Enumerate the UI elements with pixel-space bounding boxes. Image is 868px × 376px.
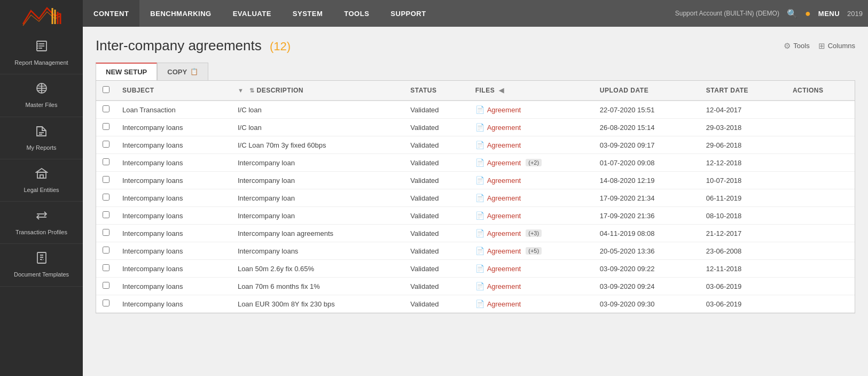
- file-link[interactable]: 📄 Agreement: [475, 176, 587, 185]
- sidebar-item-report-management-label: Report Management: [14, 59, 68, 66]
- row-checkbox[interactable]: [103, 264, 110, 271]
- sidebar-item-legal-entities[interactable]: Legal Entities: [0, 159, 83, 202]
- file-name[interactable]: Agreement: [487, 212, 521, 220]
- tab-copy[interactable]: COPY 📋: [157, 63, 208, 80]
- row-checkbox-cell: [96, 172, 116, 189]
- file-link[interactable]: 📄 Agreement: [475, 123, 587, 132]
- svg-point-9: [37, 45, 38, 47]
- file-link[interactable]: 📄 Agreement (+5): [475, 247, 587, 255]
- nav-evaluate[interactable]: EVALUATE: [222, 0, 282, 27]
- row-checkbox[interactable]: [103, 300, 110, 306]
- tools-button[interactable]: ⚙ Tools: [784, 41, 809, 51]
- cell-upload-date: 03-09-2020 09:24: [593, 278, 700, 295]
- header-description[interactable]: ▼ ⇅ DESCRIPTION: [231, 81, 404, 101]
- file-name[interactable]: Agreement: [487, 194, 521, 202]
- cell-actions: [786, 101, 855, 119]
- cell-actions: [786, 242, 855, 260]
- gear-icon: ⚙: [784, 41, 791, 51]
- cell-upload-date: 20-05-2020 13:36: [593, 242, 700, 260]
- file-name[interactable]: Agreement: [487, 300, 521, 308]
- notification-icon[interactable]: ●: [805, 8, 811, 19]
- file-name[interactable]: Agreement: [487, 229, 521, 237]
- cell-description: Intercompany loans: [231, 242, 404, 260]
- nav-system[interactable]: SYSTEM: [282, 0, 333, 27]
- file-name[interactable]: Agreement: [487, 159, 521, 167]
- file-name[interactable]: Agreement: [487, 106, 521, 114]
- nav-tools[interactable]: TOOLS: [333, 0, 380, 27]
- legal-entities-icon: [35, 167, 48, 183]
- cell-status: Validated: [404, 154, 468, 172]
- sidebar-item-master-files[interactable]: Master Files: [0, 74, 83, 117]
- file-name[interactable]: Agreement: [487, 177, 521, 185]
- file-name[interactable]: Agreement: [487, 124, 521, 132]
- file-link[interactable]: 📄 Agreement: [475, 211, 587, 220]
- file-link[interactable]: 📄 Agreement: [475, 282, 587, 290]
- file-link[interactable]: 📄 Agreement: [475, 300, 587, 308]
- sidebar-item-report-management[interactable]: Report Management: [0, 32, 83, 74]
- file-link[interactable]: 📄 Agreement: [475, 264, 587, 273]
- nav-content[interactable]: CONTENT: [83, 0, 139, 27]
- search-icon[interactable]: 🔍: [787, 9, 797, 19]
- table-row: Intercompany loans Intercompany loans Va…: [96, 242, 855, 260]
- row-checkbox[interactable]: [103, 211, 110, 218]
- file-name[interactable]: Agreement: [487, 141, 521, 149]
- table-row: Intercompany loans Intercompany loan Val…: [96, 207, 855, 225]
- row-checkbox[interactable]: [103, 158, 110, 165]
- row-checkbox[interactable]: [103, 282, 110, 289]
- cell-upload-date: 03-09-2020 09:22: [593, 260, 700, 278]
- file-name[interactable]: Agreement: [487, 247, 521, 255]
- cell-start-date: 12-04-2017: [700, 101, 786, 119]
- row-checkbox[interactable]: [103, 194, 110, 201]
- file-link[interactable]: 📄 Agreement: [475, 141, 587, 149]
- sidebar-item-transaction-profiles[interactable]: Transaction Profiles: [0, 202, 83, 244]
- file-link[interactable]: 📄 Agreement (+2): [475, 158, 587, 167]
- file-link[interactable]: 📄 Agreement: [475, 194, 587, 202]
- top-navigation: CONTENT BENCHMARKING EVALUATE SYSTEM TOO…: [83, 0, 868, 27]
- cell-description: Loan EUR 300m 8Y fix 230 bps: [231, 295, 404, 313]
- topnav-right: Support Account (BUILT-IN) (DEMO) 🔍 ● ME…: [675, 8, 868, 19]
- nav-support[interactable]: SUPPORT: [380, 0, 436, 27]
- row-checkbox-cell: [96, 225, 116, 242]
- file-link[interactable]: 📄 Agreement (+3): [475, 229, 587, 237]
- cell-start-date: 29-06-2018: [700, 136, 786, 154]
- cell-files: 📄 Agreement: [469, 101, 593, 119]
- cell-upload-date: 22-07-2020 15:51: [593, 101, 700, 119]
- page-count: (12): [270, 40, 291, 53]
- file-link[interactable]: 📄 Agreement: [475, 105, 587, 114]
- columns-button[interactable]: ⊞ Columns: [818, 41, 855, 51]
- table-row: Loan Transaction I/C loan Validated 📄 Ag…: [96, 101, 855, 119]
- table-row: Intercompany loans Loan 70m 6 months fix…: [96, 278, 855, 295]
- row-checkbox[interactable]: [103, 141, 110, 148]
- cell-files: 📄 Agreement: [469, 260, 593, 278]
- cell-files: 📄 Agreement: [469, 189, 593, 207]
- cell-subject: Intercompany loans: [116, 189, 231, 207]
- select-all-checkbox[interactable]: [103, 86, 110, 93]
- pdf-icon: 📄: [475, 105, 484, 114]
- cell-start-date: 12-12-2018: [700, 154, 786, 172]
- cell-start-date: 21-12-2017: [700, 225, 786, 242]
- nav-benchmarking[interactable]: BENCHMARKING: [139, 0, 222, 27]
- cell-description: I/C loan: [231, 101, 404, 119]
- file-name[interactable]: Agreement: [487, 282, 521, 290]
- row-checkbox[interactable]: [103, 176, 110, 183]
- cell-upload-date: 03-09-2020 09:17: [593, 136, 700, 154]
- table-row: Intercompany loans Intercompany loan Val…: [96, 154, 855, 172]
- row-checkbox-cell: [96, 260, 116, 278]
- row-checkbox[interactable]: [103, 229, 110, 236]
- cell-subject: Intercompany loans: [116, 278, 231, 295]
- sidebar-item-my-reports[interactable]: My Reports: [0, 117, 83, 159]
- row-checkbox[interactable]: [103, 105, 110, 112]
- columns-icon: ⊞: [818, 41, 825, 51]
- sidebar-item-document-templates[interactable]: </> Document Templates: [0, 244, 83, 286]
- pdf-icon: 📄: [475, 247, 484, 255]
- row-checkbox[interactable]: [103, 247, 110, 254]
- document-templates-icon: </>: [35, 251, 48, 267]
- menu-button[interactable]: MENU: [818, 10, 840, 18]
- row-checkbox-cell: [96, 154, 116, 172]
- svg-text:</>: </>: [40, 258, 44, 261]
- cell-status: Validated: [404, 260, 468, 278]
- account-label: Support Account (BUILT-IN) (DEMO): [675, 10, 779, 17]
- row-checkbox[interactable]: [103, 123, 110, 130]
- tab-new-setup[interactable]: NEW SETUP: [96, 63, 157, 80]
- file-name[interactable]: Agreement: [487, 265, 521, 273]
